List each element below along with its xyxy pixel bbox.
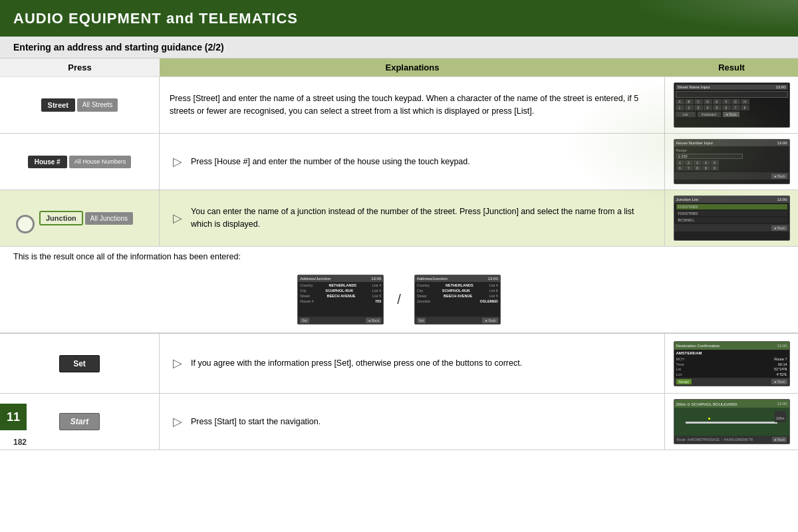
house-screen-header: House Number Input 13:00	[674, 140, 789, 146]
map-zoom-indicator: 200m	[775, 411, 786, 422]
house-press-col: House # All House Numbers	[0, 134, 160, 190]
addr-line: Country NETHERLANDS List 4	[417, 283, 498, 287]
magnifier-circle	[16, 215, 35, 233]
house-screen-time: 13:00	[777, 141, 787, 145]
numpad-key: 1	[676, 160, 684, 165]
house-screen-title: House Number Input	[676, 141, 713, 145]
dest-body: AMSTERDAM MCH Route 7 Time 00:14 Lat 52°…	[674, 350, 789, 378]
junction-button[interactable]: Junction	[39, 211, 83, 225]
content-area: Street All Streets Press [Street] and en…	[0, 77, 798, 450]
keyboard-area: A B C D E F G H 1 2	[676, 99, 788, 110]
addr-title-2: Address/Junction	[417, 277, 448, 281]
junction-item-text: FOKSTRBD	[678, 205, 698, 209]
junction-screen-title: Junction List	[676, 198, 698, 201]
mapnav-screen: 200m ⊙ SCHIPHOL BOULEVARD 13:00 200m Rou…	[674, 399, 790, 444]
junction-screen-footer: ◄ Back	[674, 224, 789, 231]
numpad-key: 9	[702, 166, 710, 170]
addr-body-1: Country NETHERLANDS List 4 City SCHIPHOL…	[298, 282, 383, 305]
junction-list-item: FOKSTRBD	[676, 211, 787, 216]
dest-row: Time 00:14	[676, 362, 787, 366]
dest-screen: Destination Confirmation 13:00 AMSTERDAM…	[674, 341, 790, 386]
arrow-icon: ▷	[173, 354, 182, 372]
house-explanation-text: Press [House #] and enter the number of …	[191, 156, 470, 168]
kbd-key: B	[685, 99, 694, 104]
map-road	[686, 422, 777, 424]
street-buttons: Street All Streets	[41, 98, 118, 112]
kbd-key: G	[732, 99, 740, 104]
junction-list-item: BCSHW.L	[676, 217, 787, 223]
page-label: 182	[13, 438, 27, 447]
arrow-icon: ▷	[173, 209, 182, 227]
junction-screen: Junction List 13:00 FOKSTRBD FOKSTRBD BC…	[674, 196, 790, 241]
house-input-field: 1-210	[676, 154, 743, 159]
kbd-key: C	[694, 99, 703, 104]
addr-line: Street BEECH AVENUE List 5	[417, 294, 498, 298]
start-button[interactable]: Start	[59, 413, 100, 430]
result-section: This is the result once all of the infor…	[0, 247, 798, 334]
house-buttons: House # All House Numbers	[28, 156, 131, 168]
back-key: ◄ Back	[723, 112, 739, 117]
addr-title-bar-1: Address/Junction 13:00	[298, 275, 383, 282]
accept-btn: Accept	[676, 379, 692, 384]
kbd-key: 1	[676, 105, 684, 110]
junction-screen-header: Junction List 13:00	[674, 196, 789, 203]
junction-press-col: Junction All Junctions	[0, 190, 160, 246]
column-headers: Press Explanations Result	[0, 59, 798, 77]
back-btn: ◄ Back	[771, 225, 787, 231]
addr-line: Country NETHERLANDS List 4	[300, 283, 381, 287]
arrow-icon: ▷	[173, 413, 182, 431]
screen-title-bar: Street Name Input 13:00	[676, 84, 788, 90]
addr-line: House # 765	[300, 299, 381, 303]
set-explanation-text: If you agree with the information press …	[191, 357, 522, 370]
result-text: This is the result once all of the infor…	[13, 252, 241, 261]
street-row: Street All Streets Press [Street] and en…	[0, 77, 798, 134]
arrow-icon: ▷	[173, 153, 182, 171]
kbd-key: 3	[694, 105, 703, 110]
kbd-key: A	[676, 99, 684, 104]
set-btn-2: Set	[417, 318, 426, 323]
numpad-key: 6	[676, 166, 684, 170]
addr-time-2: 13:00	[488, 277, 498, 281]
back-btn-dest: ◄ Back	[771, 379, 787, 384]
house-screen-body: Range 1-210 1 2 3 4 5 6	[674, 146, 789, 172]
all-streets-button[interactable]: All Streets	[77, 98, 118, 112]
set-button[interactable]: Set	[59, 355, 100, 372]
all-junctions-button[interactable]: All Junctions	[85, 212, 133, 225]
numpad-key: 5	[711, 160, 719, 165]
street-press-col: Street All Streets	[0, 77, 160, 133]
junction-result-col: Junction List 13:00 FOKSTRBD FOKSTRBD BC…	[665, 190, 798, 246]
junction-item-text: BCSHW.L	[678, 218, 695, 222]
mapnav-zoom: 13:00	[777, 402, 787, 406]
dest-title: Destination Confirmation	[676, 344, 720, 348]
addr-time-1: 13:00	[371, 277, 381, 281]
set-row: Set ▷ If you agree with the information …	[0, 334, 798, 394]
kbd-key: F	[722, 99, 731, 104]
keyboard-key: Keyboard	[698, 112, 721, 117]
addr-body-2: Country NETHERLANDS List 4 City SCHIPHOL…	[415, 282, 500, 305]
junction-list-item: FOKSTRBD	[676, 204, 787, 209]
chapter-number: 11	[0, 404, 27, 430]
all-house-button[interactable]: All House Numbers	[69, 156, 132, 168]
addr-screen-1: Address/Junction 13:00 Country NETHERLAN…	[297, 275, 384, 325]
dest-header: Destination Confirmation 13:00	[674, 342, 789, 350]
street-button[interactable]: Street	[41, 98, 75, 112]
col-result-header: Result	[665, 59, 798, 76]
house-screen: House Number Input 13:00 Range 1-210 1 2…	[674, 139, 790, 184]
dest-row: MCH Route 7	[676, 357, 787, 361]
junction-row: Junction All Junctions ▷ You can enter t…	[0, 190, 798, 247]
mapnav-back-btn: ◄ Back	[772, 437, 786, 442]
numpad-key: 2	[685, 160, 693, 165]
numpad-key: 3	[694, 160, 702, 165]
house-row: House # All House Numbers ▷ Press [House…	[0, 134, 798, 190]
numpad-key: 8	[694, 166, 702, 170]
kbd-key: H	[741, 99, 749, 104]
addr-line: City SCHIPHOL-RUK List 6	[417, 289, 498, 293]
result-label: This is the result once all of the infor…	[0, 247, 798, 261]
house-screen-footer: ◄ Back	[674, 172, 789, 180]
screenshots-row: Address/Junction 13:00 Country NETHERLAN…	[0, 267, 798, 333]
kbd-row-1: A B C D E F G H	[676, 99, 788, 104]
house-button[interactable]: House #	[28, 156, 67, 168]
set-press-col: Set	[0, 334, 160, 393]
mapnav-route-text: AAKOMOTPASSAGE →HAARLEMERM.TR	[688, 438, 772, 442]
dest-time: 13:00	[777, 344, 787, 348]
